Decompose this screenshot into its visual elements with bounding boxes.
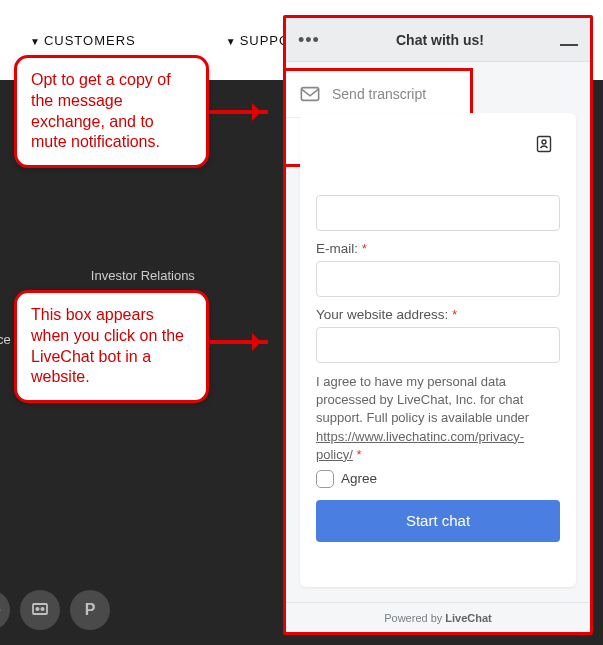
footer-link[interactable]: ta [0, 388, 11, 420]
svg-rect-3 [301, 88, 318, 101]
agree-label: Agree [341, 471, 377, 486]
producthunt-icon[interactable]: P [70, 590, 110, 630]
social-label: DIA [0, 560, 110, 572]
agree-checkbox[interactable] [316, 470, 334, 488]
website-label: Your website address: * [316, 307, 560, 322]
chat-title: Chat with us! [320, 32, 560, 48]
chat-widget: ••• Chat with us! Send transcript Mute E… [283, 15, 593, 635]
website-input[interactable] [316, 327, 560, 363]
footer-link[interactable]: Investor Relations [91, 260, 195, 292]
minimize-button[interactable] [560, 44, 578, 46]
privacy-link[interactable]: https://www.livechatinc.com/privacy-poli… [316, 429, 524, 462]
email-label: E-mail: * [316, 241, 560, 256]
consent-text: I agree to have my personal data process… [316, 373, 560, 464]
social-section: DIA G+ P [0, 560, 110, 630]
annotation-arrow-1 [210, 110, 268, 114]
menu-send-transcript[interactable]: Send transcript [286, 71, 470, 117]
contact-card-icon [536, 135, 552, 153]
email-input[interactable] [316, 261, 560, 297]
annotation-callout-1: Opt to get a copy of the message exchang… [14, 55, 209, 168]
svg-rect-0 [33, 604, 47, 614]
annotation-arrow-2 [210, 340, 268, 344]
footer-link[interactable]: s [0, 292, 11, 324]
chat-form: E-mail: * Your website address: * I agre… [300, 113, 576, 587]
nav-customers[interactable]: ▼CUSTOMERS [30, 33, 136, 48]
svg-point-2 [41, 608, 43, 610]
slideshare-icon[interactable] [20, 590, 60, 630]
powered-by[interactable]: Powered byLiveChat [286, 602, 590, 632]
footer-link[interactable]: Marketplace [0, 324, 11, 356]
googleplus-icon[interactable]: G+ [0, 590, 10, 630]
start-chat-button[interactable]: Start chat [316, 500, 560, 542]
chat-header: ••• Chat with us! [286, 18, 590, 62]
footer-link[interactable]: ity [0, 260, 11, 292]
svg-point-5 [542, 140, 546, 144]
svg-point-1 [36, 608, 38, 610]
annotation-callout-2: This box appears when you click on the L… [14, 290, 209, 403]
envelope-icon [300, 85, 320, 103]
menu-dots-icon[interactable]: ••• [298, 35, 320, 45]
name-input[interactable] [316, 195, 560, 231]
footer-link[interactable]: evelopers [0, 356, 11, 388]
